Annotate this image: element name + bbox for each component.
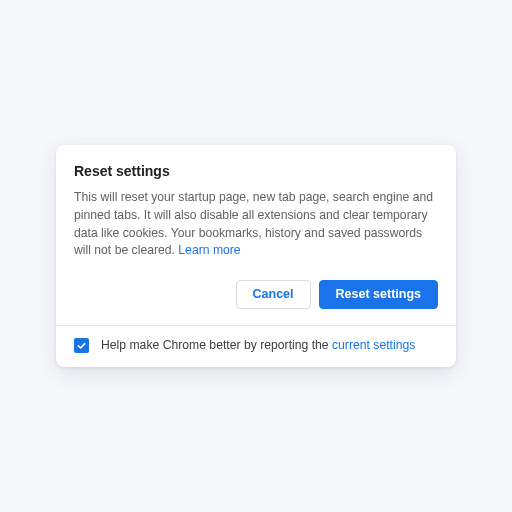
footer-text: Help make Chrome better by reporting the… (101, 338, 415, 352)
report-settings-checkbox[interactable] (74, 338, 89, 353)
check-icon (76, 340, 87, 351)
dialog-body-text: This will reset your startup page, new t… (74, 190, 433, 257)
learn-more-link[interactable]: Learn more (178, 243, 240, 257)
dialog-actions: Cancel Reset settings (74, 280, 438, 309)
reset-settings-dialog: Reset settings This will reset your star… (56, 145, 456, 366)
footer-text-prefix: Help make Chrome better by reporting the (101, 338, 332, 352)
dialog-title: Reset settings (74, 163, 438, 179)
current-settings-link[interactable]: current settings (332, 338, 415, 352)
dialog-footer: Help make Chrome better by reporting the… (56, 326, 456, 367)
dialog-main: Reset settings This will reset your star… (56, 145, 456, 324)
cancel-button[interactable]: Cancel (236, 280, 311, 309)
dialog-body: This will reset your startup page, new t… (74, 189, 438, 260)
reset-settings-button[interactable]: Reset settings (319, 280, 438, 309)
